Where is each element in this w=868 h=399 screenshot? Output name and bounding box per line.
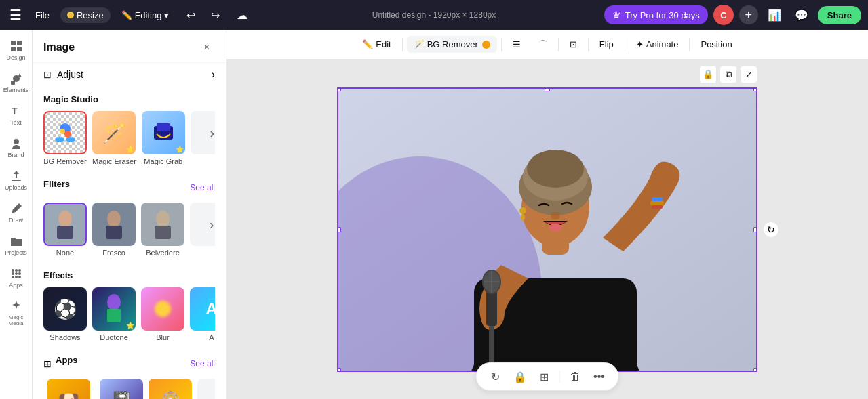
resize-button[interactable]: Resize [60, 7, 111, 23]
sidebar-item-projects[interactable]: Projects [1, 230, 31, 260]
canvas-image [338, 89, 756, 371]
bg-remover-svg [52, 119, 79, 146]
animate-icon: ✦ [636, 39, 644, 49]
sidebar-item-magic-media[interactable]: Magic Media [1, 295, 31, 331]
filter-more-item[interactable]: › [190, 203, 215, 257]
apps-icon-small: ⊞ [43, 358, 52, 369]
rotate-button[interactable]: ↻ [486, 367, 505, 386]
edit-icon: ✏️ [362, 39, 373, 49]
sidebar-item-apps-label: Apps [9, 282, 23, 289]
editing-button[interactable]: ✏️ Editing ▾ [116, 7, 175, 23]
svg-point-47 [549, 224, 562, 232]
sidebar-item-uploads[interactable]: Uploads [1, 165, 31, 195]
share-button[interactable]: Share [818, 6, 861, 24]
sidebar-item-draw[interactable]: Draw [1, 198, 31, 228]
svg-point-12 [18, 269, 21, 272]
apps-see-all-button[interactable]: See all [190, 359, 215, 369]
crop-button[interactable]: ⊡ [563, 36, 584, 53]
magic-grab-label: Magic Grab [144, 157, 182, 165]
panel-close-button[interactable]: × [199, 39, 215, 56]
rotate-handle[interactable]: ↻ [763, 222, 779, 238]
svg-point-16 [12, 276, 14, 278]
bg-remover-toolbar-button[interactable]: 🪄 BG Remover [407, 36, 497, 53]
effect-blur-item[interactable]: Blur [141, 287, 184, 341]
delete-button[interactable]: 🗑 [566, 367, 585, 386]
app-shape-cropper-item[interactable]: 🐶 Shape Cropper [43, 379, 94, 399]
adjust-row[interactable]: ⊡ Adjust › [33, 62, 226, 86]
chevron-down-icon: ▾ [164, 10, 169, 20]
app-mockups-item[interactable]: 📓 Mockups [100, 379, 143, 399]
grid-view-button[interactable]: ☰ [506, 36, 528, 53]
more-options-button[interactable]: ••• [590, 367, 609, 386]
canvas-frame[interactable] [337, 87, 757, 372]
handle-middle-right[interactable] [753, 227, 757, 232]
filter-fresco-item[interactable]: Fresco [92, 203, 136, 257]
duplicate-canvas-icon[interactable]: ⧉ [719, 66, 737, 83]
app-image-item[interactable]: 🎡 Image [149, 379, 192, 399]
filter-belvedere-item[interactable]: Belvedere [141, 203, 184, 257]
sidebar-item-brand[interactable]: Brand [1, 133, 31, 163]
svg-point-18 [18, 276, 21, 278]
magic-grab-item[interactable]: ⭐ Magic Grab [142, 111, 185, 165]
bottom-divider [559, 371, 560, 383]
apps-title: Apps [56, 355, 78, 365]
effect-shadows-item[interactable]: ⚽ Shadows [43, 287, 87, 341]
svg-text:T: T [12, 106, 18, 117]
bg-remover-item[interactable]: BG Remover [43, 111, 87, 165]
redo-button[interactable]: ↪ [204, 4, 226, 26]
magic-eraser-item[interactable]: 🪄 ⭐ Magic Eraser [92, 111, 136, 165]
handle-bottom-right[interactable] [753, 368, 757, 372]
sidebar-item-text[interactable]: T Text [1, 100, 31, 130]
resize-dot [67, 12, 74, 18]
handle-bottom-left[interactable] [337, 368, 341, 372]
comments-button[interactable]: 💬 [791, 4, 812, 26]
svg-point-27 [58, 211, 72, 227]
menu-button[interactable]: ☰ [7, 4, 24, 26]
expand-canvas-icon[interactable]: ⤢ [740, 66, 757, 83]
sidebar-item-apps[interactable]: Apps [1, 263, 31, 293]
svg-point-11 [15, 269, 18, 272]
filters-see-all-button[interactable]: See all [190, 183, 215, 192]
svg-rect-0 [11, 41, 16, 45]
analytics-button[interactable]: 📊 [764, 4, 785, 26]
animate-button[interactable]: ✦ Animate [629, 36, 686, 53]
edit-button[interactable]: ✏️ Edit [355, 36, 397, 53]
undo-button[interactable]: ↩ [180, 4, 201, 26]
svg-point-46 [527, 150, 584, 188]
sidebar-item-design[interactable]: Design [1, 35, 31, 65]
svg-rect-28 [57, 226, 73, 239]
sidebar-item-magic-media-label: Magic Media [4, 314, 28, 327]
apps-icon [9, 267, 23, 280]
filters-title: Filters [43, 179, 70, 189]
magic-more-item[interactable]: › [191, 111, 215, 165]
magic-grab-thumb: ⭐ [142, 111, 185, 154]
app-more-item[interactable]: › [197, 379, 215, 399]
handle-top-left[interactable] [337, 87, 341, 91]
try-pro-button[interactable]: ♛ Try Pro for 30 days [604, 5, 708, 24]
file-button[interactable]: File [30, 7, 55, 23]
user-avatar[interactable]: C [713, 5, 734, 25]
sidebar-item-text-label: Text [10, 119, 22, 126]
lock-canvas-icon[interactable]: 🔒 [699, 66, 717, 83]
group-button[interactable]: ⊞ [535, 367, 554, 386]
lock-button[interactable]: 🔒 [511, 367, 530, 386]
add-button[interactable]: + [739, 5, 758, 24]
edit-label: Edit [376, 39, 391, 49]
effect-a-item[interactable]: A A [190, 287, 215, 341]
handle-top-center[interactable] [545, 87, 550, 91]
position-button[interactable]: Position [694, 36, 738, 53]
handle-top-right[interactable] [753, 87, 757, 91]
filter-none-item[interactable]: None [43, 203, 87, 257]
animate-label: Animate [646, 39, 679, 49]
cloud-save-button[interactable]: ☁ [231, 4, 253, 26]
curve-button[interactable]: ⌒ [532, 35, 554, 54]
svg-point-14 [15, 272, 18, 275]
apps-section-header: ⊞ Apps See all [43, 355, 215, 372]
upload-icon [9, 169, 23, 183]
flip-button[interactable]: Flip [593, 36, 620, 53]
svg-point-48 [519, 207, 526, 214]
handle-middle-left[interactable] [337, 227, 341, 232]
filters-items-row: None Fresco [43, 203, 215, 257]
effect-duotone-item[interactable]: ⭐ Duotone [92, 287, 136, 341]
sidebar-item-elements[interactable]: Elements [1, 68, 31, 98]
